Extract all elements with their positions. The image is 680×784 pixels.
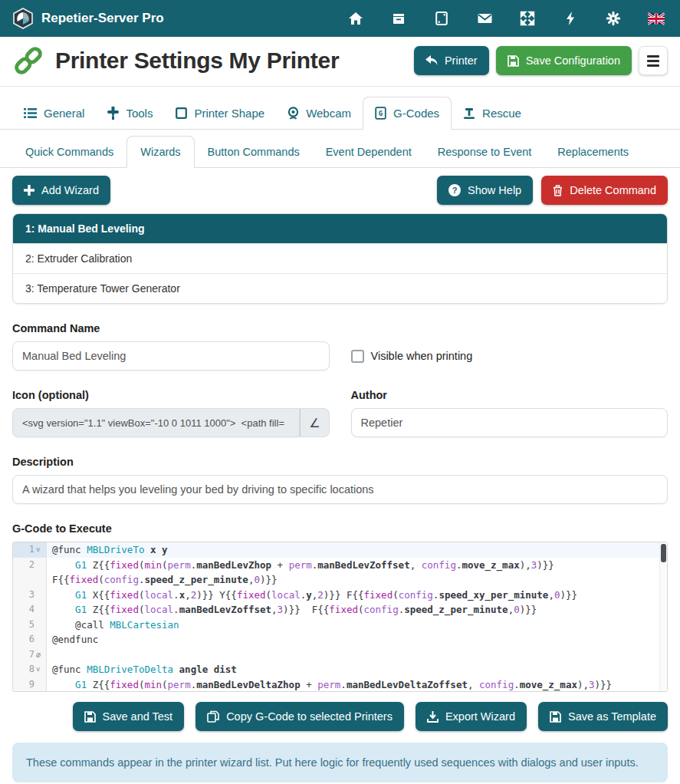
page: Repetier-Server Pro	[0, 0, 680, 784]
link-chain-icon	[12, 44, 44, 77]
tab-general[interactable]: General	[12, 97, 96, 129]
add-wizard-button[interactable]: Add Wizard	[12, 176, 110, 205]
wizard-item-temperature-tower[interactable]: 3: Temperature Tower Generator	[13, 273, 667, 303]
menu-button[interactable]	[639, 46, 668, 75]
tab-tools[interactable]: Tools	[96, 97, 164, 129]
line-number-gutter: 2	[13, 558, 47, 573]
edit-icon-button[interactable]: ∠	[300, 408, 329, 437]
code-line[interactable]: 3 G1 X{{fixed(local.x,2)}} Y{{fixed(loca…	[13, 588, 667, 603]
subtab-wizards[interactable]: Wizards	[126, 136, 194, 168]
visible-when-printing-checkbox[interactable]: Visible when printing	[351, 350, 473, 363]
icon-svg-input[interactable]	[12, 408, 300, 437]
edit-icon: ∠	[309, 416, 320, 430]
gcode-editor-lines: 1v@func MBLDriveTo x y2 G1 Z{{fixed(min(…	[13, 542, 667, 692]
trash-icon	[553, 185, 563, 196]
code-line[interactable]: 5 @call MBLCartesian	[13, 618, 667, 633]
line-number-gutter: 5	[13, 618, 47, 633]
line-number-gutter: 3	[13, 588, 47, 603]
code-line[interactable]: 4 G1 Z{{fixed(local.manBedLevZoffset,3)}…	[13, 602, 667, 618]
mail-icon[interactable]	[476, 10, 493, 27]
delete-command-button[interactable]: Delete Command	[541, 176, 668, 205]
save-configuration-button-top[interactable]: Save Configuration	[496, 46, 632, 75]
subtab-quick-commands[interactable]: Quick Commands	[12, 137, 126, 167]
code-line[interactable]: 1v@func MBLDriveTo x y	[13, 542, 667, 558]
rescue-icon	[463, 107, 475, 120]
line-number-gutter	[13, 572, 47, 588]
code-line[interactable]: F{{fixed(config.speed_z_per_minute,0)}}	[13, 572, 667, 588]
code-line[interactable]: 6@endfunc	[13, 632, 667, 647]
svg-text:G: G	[379, 110, 383, 117]
printer-icon[interactable]	[390, 10, 407, 27]
info-box: These commands appear in the printer wiz…	[12, 743, 668, 782]
subtab-response-to-event[interactable]: Response to Event	[425, 137, 545, 167]
save-as-template-button[interactable]: Save as Template	[538, 702, 668, 731]
list-icon	[24, 107, 37, 119]
page-header: Printer Settings My Printer Printer Save…	[0, 37, 680, 87]
command-name-input[interactable]	[12, 341, 330, 371]
svg-text:?: ?	[452, 186, 458, 195]
copy-icon	[207, 710, 219, 723]
power-icon[interactable]	[562, 10, 579, 27]
subtab-event-dependent[interactable]: Event Dependent	[313, 137, 425, 167]
code-line[interactable]: 9 G1 Z{{fixed(min(perm.manBedLevDeltaZho…	[13, 677, 667, 693]
line-number-gutter: 6	[13, 632, 47, 647]
save-and-test-button[interactable]: Save and Test	[73, 702, 185, 731]
gcode-editor[interactable]: 1v@func MBLDriveTo x y2 G1 Z{{fixed(min(…	[12, 542, 668, 692]
wizard-item-extruder-calibration[interactable]: 2: Extruder Calibration	[13, 243, 667, 273]
brand[interactable]: Repetier-Server Pro	[12, 8, 164, 29]
plus-icon	[24, 185, 34, 196]
editor-scrollbar[interactable]	[659, 542, 667, 691]
printer-back-button[interactable]: Printer	[414, 46, 489, 75]
save-icon	[508, 55, 519, 67]
description-input[interactable]	[12, 475, 668, 504]
wizard-list: 1: Manual Bed Leveling 2: Extruder Calib…	[12, 213, 668, 304]
webcam-icon	[287, 107, 299, 120]
tab-webcam[interactable]: Webcam	[276, 97, 363, 129]
tools-icon	[107, 107, 119, 120]
wizard-item-manual-bed-leveling[interactable]: 1: Manual Bed Leveling	[13, 214, 667, 243]
save-icon	[550, 711, 561, 723]
main-tabs: General Tools Printer Shape Webcam G G-C…	[0, 97, 680, 130]
author-input[interactable]	[351, 408, 669, 437]
navbar-icons	[347, 10, 668, 27]
editor-scrollbar-thumb[interactable]	[661, 544, 666, 562]
help-icon: ?	[448, 184, 461, 196]
tab-rescue[interactable]: Rescue	[452, 97, 533, 129]
settings-icon[interactable]	[605, 10, 622, 27]
line-number-gutter: 9	[13, 677, 47, 693]
line-number-gutter: 8v	[13, 662, 47, 677]
repetier-logo-icon	[12, 8, 34, 29]
square-outline-icon	[176, 107, 187, 119]
code-line[interactable]: 8v@func MBLDriveToDelta angle dist	[13, 662, 667, 677]
gcode-label: G-Code to Execute	[12, 522, 668, 535]
copy-gcode-button[interactable]: Copy G-Code to selected Printers	[195, 702, 404, 731]
language-flag-en-icon[interactable]	[648, 10, 665, 27]
gcode-subtabs: Quick Commands Wizards Button Commands E…	[0, 136, 680, 168]
export-wizard-button[interactable]: Export Wizard	[416, 702, 527, 731]
subtab-replacements[interactable]: Replacements	[544, 137, 642, 167]
brand-label: Repetier-Server Pro	[41, 11, 164, 26]
subtab-button-commands[interactable]: Button Commands	[195, 137, 313, 167]
tablet-icon[interactable]	[433, 10, 450, 27]
back-arrow-icon	[425, 55, 438, 66]
code-line[interactable]: 7∅	[13, 647, 667, 663]
command-name-label: Command Name	[12, 322, 668, 334]
hamburger-icon	[647, 55, 659, 58]
icon-label: Icon (optional)	[12, 389, 330, 401]
fold-arrow-icon[interactable]: v	[36, 542, 43, 558]
bottom-actions: Save and Test Copy G-Code to selected Pr…	[12, 702, 668, 731]
description-label: Description	[12, 456, 668, 468]
save-icon	[84, 711, 96, 723]
checkbox-box[interactable]	[351, 350, 364, 363]
fold-arrow-icon[interactable]: v	[36, 662, 43, 677]
page-title: Printer Settings My Printer	[55, 48, 339, 74]
code-line[interactable]: 2 G1 Z{{fixed(min(perm.manBedLevZhop + p…	[13, 558, 667, 573]
tab-printer-shape[interactable]: Printer Shape	[164, 97, 276, 129]
top-navbar: Repetier-Server Pro	[0, 0, 680, 37]
tab-gcodes[interactable]: G G-Codes	[363, 97, 452, 130]
fullscreen-icon[interactable]	[519, 10, 536, 27]
home-icon[interactable]	[347, 10, 364, 27]
header-actions: Printer Save Configuration	[414, 46, 668, 75]
wizard-form: Command Name Visible when printing Icon …	[12, 322, 668, 692]
show-help-button[interactable]: ? Show Help	[437, 176, 533, 205]
